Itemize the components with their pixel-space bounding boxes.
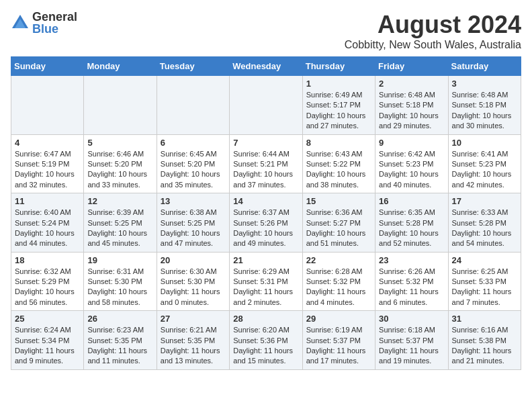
calendar-cell: 3Sunrise: 6:48 AM Sunset: 5:18 PM Daylig… <box>448 76 521 135</box>
cell-content: Sunrise: 6:32 AM Sunset: 5:29 PM Dayligh… <box>15 267 80 308</box>
calendar-body: 1Sunrise: 6:49 AM Sunset: 5:17 PM Daylig… <box>11 76 521 370</box>
cell-content: Sunrise: 6:38 AM Sunset: 5:25 PM Dayligh… <box>161 208 226 249</box>
day-number: 29 <box>306 314 371 324</box>
header-cell-monday: Monday <box>84 57 157 76</box>
day-number: 19 <box>87 255 152 265</box>
cell-content: Sunrise: 6:39 AM Sunset: 5:25 PM Dayligh… <box>87 208 152 249</box>
calendar-cell: 31Sunrise: 6:16 AM Sunset: 5:38 PM Dayli… <box>448 311 521 370</box>
header-cell-friday: Friday <box>375 57 448 76</box>
day-number: 1 <box>306 79 371 89</box>
day-number: 3 <box>452 79 517 89</box>
cell-content: Sunrise: 6:19 AM Sunset: 5:37 PM Dayligh… <box>306 325 371 367</box>
header-row: SundayMondayTuesdayWednesdayThursdayFrid… <box>11 57 521 76</box>
cell-content: Sunrise: 6:37 AM Sunset: 5:26 PM Dayligh… <box>233 208 298 249</box>
logo: General Blue <box>11 11 77 35</box>
calendar-cell: 27Sunrise: 6:21 AM Sunset: 5:35 PM Dayli… <box>157 311 229 370</box>
calendar-cell: 7Sunrise: 6:44 AM Sunset: 5:21 PM Daylig… <box>230 134 302 193</box>
day-number: 10 <box>452 138 517 148</box>
day-number: 26 <box>87 314 152 324</box>
header-cell-thursday: Thursday <box>302 57 375 76</box>
day-number: 13 <box>161 196 226 206</box>
calendar-cell: 23Sunrise: 6:26 AM Sunset: 5:32 PM Dayli… <box>375 252 448 311</box>
calendar-table: SundayMondayTuesdayWednesdayThursdayFrid… <box>11 56 521 370</box>
calendar-cell: 29Sunrise: 6:19 AM Sunset: 5:37 PM Dayli… <box>302 311 375 370</box>
header-cell-tuesday: Tuesday <box>157 57 229 76</box>
cell-content: Sunrise: 6:44 AM Sunset: 5:21 PM Dayligh… <box>233 149 298 191</box>
logo-blue: Blue <box>32 23 77 35</box>
day-number: 7 <box>233 138 298 148</box>
header-cell-saturday: Saturday <box>448 57 521 76</box>
day-number: 22 <box>306 255 371 265</box>
cell-content: Sunrise: 6:43 AM Sunset: 5:22 PM Dayligh… <box>306 149 371 191</box>
cell-content: Sunrise: 6:41 AM Sunset: 5:23 PM Dayligh… <box>452 149 517 191</box>
calendar-cell: 24Sunrise: 6:25 AM Sunset: 5:33 PM Dayli… <box>448 252 521 311</box>
calendar-cell: 25Sunrise: 6:24 AM Sunset: 5:34 PM Dayli… <box>11 311 84 370</box>
day-number: 11 <box>15 196 80 206</box>
cell-content: Sunrise: 6:18 AM Sunset: 5:37 PM Dayligh… <box>379 325 444 367</box>
cell-content: Sunrise: 6:33 AM Sunset: 5:28 PM Dayligh… <box>452 208 517 249</box>
cell-content: Sunrise: 6:29 AM Sunset: 5:31 PM Dayligh… <box>233 267 298 308</box>
cell-content: Sunrise: 6:25 AM Sunset: 5:33 PM Dayligh… <box>452 267 517 308</box>
day-number: 12 <box>87 196 152 206</box>
week-row-2: 4Sunrise: 6:47 AM Sunset: 5:19 PM Daylig… <box>11 134 521 193</box>
calendar-cell: 12Sunrise: 6:39 AM Sunset: 5:25 PM Dayli… <box>84 193 157 253</box>
cell-content: Sunrise: 6:16 AM Sunset: 5:38 PM Dayligh… <box>452 325 517 367</box>
title-block: August 2024 Cobbitty, New South Wales, A… <box>345 11 521 51</box>
day-number: 30 <box>379 314 444 324</box>
day-number: 25 <box>15 314 80 324</box>
calendar-cell: 6Sunrise: 6:45 AM Sunset: 5:20 PM Daylig… <box>157 134 229 193</box>
calendar-cell <box>230 76 302 135</box>
cell-content: Sunrise: 6:30 AM Sunset: 5:30 PM Dayligh… <box>161 267 226 308</box>
day-number: 14 <box>233 196 298 206</box>
calendar-header: SundayMondayTuesdayWednesdayThursdayFrid… <box>11 57 521 76</box>
cell-content: Sunrise: 6:36 AM Sunset: 5:27 PM Dayligh… <box>306 208 371 249</box>
cell-content: Sunrise: 6:28 AM Sunset: 5:32 PM Dayligh… <box>306 267 371 308</box>
calendar-cell: 14Sunrise: 6:37 AM Sunset: 5:26 PM Dayli… <box>230 193 302 253</box>
calendar-cell: 21Sunrise: 6:29 AM Sunset: 5:31 PM Dayli… <box>230 252 302 311</box>
calendar-cell: 10Sunrise: 6:41 AM Sunset: 5:23 PM Dayli… <box>448 134 521 193</box>
logo-icon <box>11 13 30 32</box>
day-number: 6 <box>161 138 226 148</box>
cell-content: Sunrise: 6:49 AM Sunset: 5:17 PM Dayligh… <box>306 90 371 132</box>
calendar-cell: 16Sunrise: 6:35 AM Sunset: 5:28 PM Dayli… <box>375 193 448 253</box>
day-number: 28 <box>233 314 298 324</box>
day-number: 16 <box>379 196 444 206</box>
cell-content: Sunrise: 6:31 AM Sunset: 5:30 PM Dayligh… <box>87 267 152 308</box>
calendar-cell: 18Sunrise: 6:32 AM Sunset: 5:29 PM Dayli… <box>11 252 84 311</box>
logo-general: General <box>32 11 77 23</box>
cell-content: Sunrise: 6:21 AM Sunset: 5:35 PM Dayligh… <box>161 325 226 367</box>
header-cell-wednesday: Wednesday <box>230 57 302 76</box>
calendar-cell: 11Sunrise: 6:40 AM Sunset: 5:24 PM Dayli… <box>11 193 84 253</box>
cell-content: Sunrise: 6:47 AM Sunset: 5:19 PM Dayligh… <box>15 149 80 191</box>
calendar-cell: 8Sunrise: 6:43 AM Sunset: 5:22 PM Daylig… <box>302 134 375 193</box>
calendar-cell: 5Sunrise: 6:46 AM Sunset: 5:20 PM Daylig… <box>84 134 157 193</box>
calendar-cell: 17Sunrise: 6:33 AM Sunset: 5:28 PM Dayli… <box>448 193 521 253</box>
logo-text: General Blue <box>32 11 77 35</box>
day-number: 20 <box>161 255 226 265</box>
calendar-cell: 19Sunrise: 6:31 AM Sunset: 5:30 PM Dayli… <box>84 252 157 311</box>
day-number: 9 <box>379 138 444 148</box>
subtitle: Cobbitty, New South Wales, Australia <box>345 39 521 51</box>
calendar-cell: 9Sunrise: 6:42 AM Sunset: 5:23 PM Daylig… <box>375 134 448 193</box>
cell-content: Sunrise: 6:26 AM Sunset: 5:32 PM Dayligh… <box>379 267 444 308</box>
cell-content: Sunrise: 6:42 AM Sunset: 5:23 PM Dayligh… <box>379 149 444 191</box>
calendar-cell: 1Sunrise: 6:49 AM Sunset: 5:17 PM Daylig… <box>302 76 375 135</box>
cell-content: Sunrise: 6:35 AM Sunset: 5:28 PM Dayligh… <box>379 208 444 249</box>
calendar-cell: 13Sunrise: 6:38 AM Sunset: 5:25 PM Dayli… <box>157 193 229 253</box>
calendar-cell: 20Sunrise: 6:30 AM Sunset: 5:30 PM Dayli… <box>157 252 229 311</box>
calendar-cell: 4Sunrise: 6:47 AM Sunset: 5:19 PM Daylig… <box>11 134 84 193</box>
calendar-cell: 28Sunrise: 6:20 AM Sunset: 5:36 PM Dayli… <box>230 311 302 370</box>
day-number: 27 <box>161 314 226 324</box>
cell-content: Sunrise: 6:48 AM Sunset: 5:18 PM Dayligh… <box>452 90 517 132</box>
week-row-4: 18Sunrise: 6:32 AM Sunset: 5:29 PM Dayli… <box>11 252 521 311</box>
day-number: 15 <box>306 196 371 206</box>
day-number: 8 <box>306 138 371 148</box>
day-number: 21 <box>233 255 298 265</box>
calendar-cell: 22Sunrise: 6:28 AM Sunset: 5:32 PM Dayli… <box>302 252 375 311</box>
calendar-cell <box>157 76 229 135</box>
cell-content: Sunrise: 6:45 AM Sunset: 5:20 PM Dayligh… <box>161 149 226 191</box>
day-number: 31 <box>452 314 517 324</box>
week-row-1: 1Sunrise: 6:49 AM Sunset: 5:17 PM Daylig… <box>11 76 521 135</box>
day-number: 24 <box>452 255 517 265</box>
day-number: 18 <box>15 255 80 265</box>
